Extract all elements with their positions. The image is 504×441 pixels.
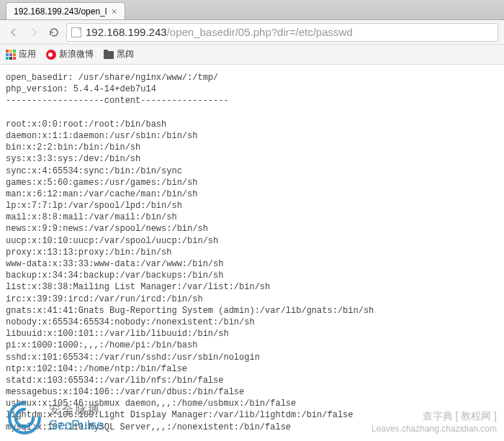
bookmark-label: 新浪微博 bbox=[59, 48, 94, 60]
bookmarks-bar: 应用 新浪微博 黑阔 bbox=[0, 45, 504, 65]
bookmark-label: 黑阔 bbox=[117, 48, 134, 60]
browser-tab[interactable]: 192.168.199.243/open_l × bbox=[6, 2, 125, 19]
bookmark-folder-heikuo[interactable]: 黑阔 bbox=[104, 48, 134, 60]
open-basedir-value: /usr/share/nginx/www/:/tmp/ bbox=[78, 73, 218, 83]
page-icon bbox=[71, 27, 81, 37]
watermark-right: 查字典 [ 教程网 ] Leaves.chazhang.chazidian.co… bbox=[372, 409, 497, 435]
apps-label: 应用 bbox=[19, 48, 36, 60]
page-content: open_basedir: /usr/share/nginx/www/:/tmp… bbox=[0, 65, 504, 440]
apps-grid-icon bbox=[6, 50, 16, 60]
passwd-output: root:x:0:0:root:/root:/bin/bash daemon:x… bbox=[6, 119, 374, 432]
forward-button[interactable] bbox=[26, 24, 42, 40]
watermark-right-line2: Leaves.chazhang.chazidian.com bbox=[372, 423, 497, 435]
secpulse-cn-label: 安全脉搏 bbox=[49, 403, 104, 418]
tab-title: 192.168.199.243/open_l bbox=[14, 6, 107, 17]
bookmark-weibo[interactable]: 新浪微博 bbox=[46, 48, 94, 60]
back-button[interactable] bbox=[6, 24, 22, 40]
php-version-label: php_version: bbox=[6, 84, 68, 94]
url-bar[interactable]: 192.168.199.243/open_basedir/05.php?dir=… bbox=[66, 23, 498, 42]
php-version-value: 5.4.4-14+deb7u14 bbox=[73, 84, 156, 94]
close-tab-icon[interactable]: × bbox=[111, 6, 117, 17]
tab-bar: 192.168.199.243/open_l × bbox=[0, 0, 504, 20]
watermark-right-line1: 查字典 [ 教程网 ] bbox=[372, 409, 497, 424]
arrow-right-icon bbox=[28, 27, 40, 38]
folder-icon bbox=[104, 51, 114, 59]
secpulse-logo-icon bbox=[6, 399, 43, 437]
weibo-icon bbox=[46, 50, 56, 60]
content-divider: -------------------content--------------… bbox=[6, 96, 229, 106]
url-host: 192.168.199.243 bbox=[86, 26, 167, 38]
nav-bar: 192.168.199.243/open_basedir/05.php?dir=… bbox=[0, 20, 504, 45]
reload-button[interactable] bbox=[46, 24, 62, 40]
arrow-left-icon bbox=[8, 27, 19, 38]
url-path: /open_basedir/05.php?dir=/etc/passwd bbox=[167, 26, 353, 38]
watermark-secpulse: 安全脉搏 SecPulse bbox=[6, 399, 104, 437]
secpulse-en-label: SecPulse bbox=[49, 418, 104, 433]
apps-button[interactable]: 应用 bbox=[6, 48, 36, 60]
reload-icon bbox=[48, 27, 60, 38]
open-basedir-label: open_basedir: bbox=[6, 73, 73, 83]
